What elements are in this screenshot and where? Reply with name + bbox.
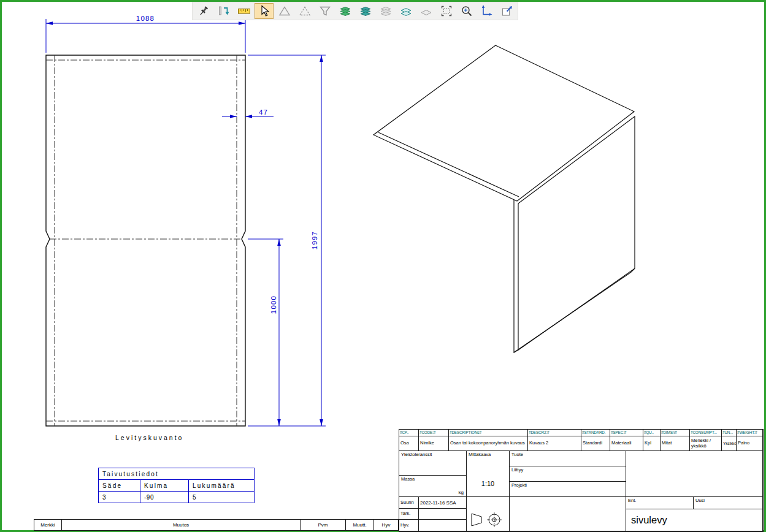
field-label: Materiaali [610,436,643,451]
flat-view-label: Levityskuvanto [115,434,183,441]
field-code: #WEIGHT:# [737,430,763,436]
field-label: Osa [399,436,419,451]
sheet-tool-button[interactable] [416,3,435,19]
former-label: Ent. [626,497,693,504]
layers-stack-icon [339,4,352,18]
field-label: Nimike [419,436,449,451]
checked-label: Tark. [399,509,419,520]
project-label: Projekti [510,482,626,488]
flip-view-icon [217,4,231,18]
ruler-icon [237,4,251,18]
field-code: #DIMSn# [661,430,690,436]
dimensions[interactable]: 1088 1997 1000 47 [46,15,326,426]
select-cursor-tool-button[interactable] [255,3,274,19]
projection-symbol-icon [467,497,508,530]
project-cell: Projekti [510,482,626,497]
filter-tool-button[interactable] [315,3,334,19]
bend-table-header-count: Lukumäärä [189,480,255,492]
dim-height-text[interactable]: 1997 [311,231,318,249]
revision-changed-by-header: Muutt. [346,520,374,530]
scale-cell: Mittakaava 1:10 [467,451,510,497]
field-label: Yksikkö [722,436,737,451]
projection-cell [467,497,510,531]
field-code: #STANDARD. [581,430,610,436]
empty-cell [510,497,626,531]
field-code: #QU.. [643,430,661,436]
zoom-in-tool-button[interactable] [457,3,476,19]
bend-table-title: Taivutustiedot [99,468,255,480]
dim-inner-text[interactable]: 1000 [270,295,277,314]
field-code: #UN... [722,430,737,436]
scale-value: 1:10 [467,480,509,487]
flip-view-tool-button[interactable] [214,3,233,19]
pan-axes-icon [480,4,494,18]
title-block: #CP.. #CODE:# #DESCRIPTIONs# #DESCR2:# #… [399,429,764,532]
product-label: Tuote [510,451,626,458]
field-label: Standardi [581,436,610,451]
sheet-icon [419,4,433,18]
field-label: Menekki / yksikkö [690,436,722,451]
checked-value [419,509,467,520]
bend-table-header-angle: Kulma [140,480,189,492]
select-cursor-icon [258,4,271,18]
revision-mark-header: Merkki [34,520,62,530]
product-cell: Tuote [510,451,626,466]
new-window-icon [500,4,514,18]
former-cell: Ent. [626,497,694,509]
new-window-tool-button[interactable] [497,3,516,19]
approved-label: Hyv. [399,520,419,531]
scale-label: Mittakaava [467,451,509,458]
field-code: #SPEC:# [610,430,643,436]
revision-approved-header: Hyv [374,520,398,530]
bend-lines[interactable] [46,55,245,426]
zoom-window-tool-button[interactable] [437,3,456,19]
toolbar [192,2,518,20]
dim-width-text[interactable]: 1088 [136,15,155,22]
layers-flat-icon [399,4,413,18]
bend-table-value-angle: -90 [140,492,189,503]
triangle-hidden-tool-button[interactable] [295,3,314,19]
related-label: Liittyy [510,466,626,473]
dim-flange-text[interactable]: 47 [259,108,268,116]
triangle-tool-button[interactable] [275,3,294,19]
revision-bar: Merkki Muutos Pvm Muutt. Hyv [34,519,399,531]
designer-label: Suunn [399,497,419,509]
part-name: sivulevy [626,509,763,531]
layers-stack-tool-button[interactable] [335,3,354,19]
revision-change-header: Muutos [62,520,301,530]
pin-icon [197,4,210,18]
mass-label: Massa [399,476,466,482]
zoom-in-icon [460,4,473,18]
field-label: Kpl [643,436,661,451]
related-cell: Liittyy [510,466,626,482]
field-code: #CP.. [399,430,419,436]
layers-flat-tool-button[interactable] [396,3,415,19]
mass-unit-label: kg [459,490,464,495]
iso-view[interactable] [373,45,635,352]
field-code: #DESCR2:# [528,430,581,436]
field-code: #CODE:# [419,430,449,436]
revision-date-header: Pvm [301,520,346,530]
layers-stack-disabled-tool-button[interactable] [376,3,395,19]
empty-cell [626,451,763,497]
pan-axes-tool-button[interactable] [477,3,496,19]
bend-table[interactable]: Taivutustiedot Säde Kulma Lukumäärä 3 -9… [98,468,255,503]
layers-stack-alt-tool-button[interactable] [356,3,375,19]
bend-table-header-radius: Säde [99,480,140,492]
flat-pattern-outline[interactable] [46,55,245,426]
field-label: Paino [737,436,763,451]
layers-stack-disabled-icon [379,4,393,18]
mass-cell: Massa kg [399,476,467,497]
field-label: Kuvaus 2 [528,436,581,451]
field-label: Osan tai kokoonpanoryhmän kuvaus [449,436,528,451]
layers-stack-alt-icon [359,4,372,18]
general-tolerances-label: Yleistoleranssit [399,451,466,458]
bend-table-value-count: 5 [189,492,255,503]
zoom-window-icon [440,4,453,18]
triangle-hidden-icon [298,4,312,18]
ruler-tool-button[interactable] [234,3,253,19]
pin-tool-button[interactable] [194,3,213,19]
bend-table-value-radius: 3 [99,492,140,503]
triangle-icon [278,4,291,18]
approved-value [419,520,467,531]
